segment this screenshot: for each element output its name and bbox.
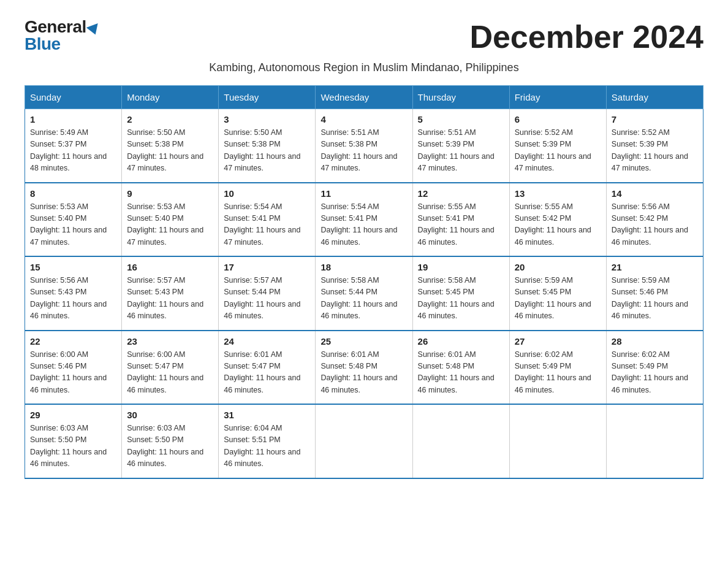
day-number: 17 bbox=[224, 262, 310, 272]
calendar-cell: 28 Sunrise: 6:02 AM Sunset: 5:49 PM Dayl… bbox=[606, 331, 703, 405]
day-info: Sunrise: 6:02 AM Sunset: 5:49 PM Dayligh… bbox=[612, 349, 698, 397]
day-info: Sunrise: 6:02 AM Sunset: 5:49 PM Dayligh… bbox=[515, 349, 601, 397]
subtitle: Kambing, Autonomous Region in Muslim Min… bbox=[25, 61, 703, 74]
calendar-cell: 12 Sunrise: 5:55 AM Sunset: 5:41 PM Dayl… bbox=[412, 183, 509, 257]
day-header-sunday: Sunday bbox=[25, 86, 122, 109]
calendar-cell: 20 Sunrise: 5:59 AM Sunset: 5:45 PM Dayl… bbox=[509, 256, 606, 331]
logo: General Blue bbox=[25, 18, 100, 53]
calendar-cell: 16 Sunrise: 5:57 AM Sunset: 5:43 PM Dayl… bbox=[122, 256, 219, 331]
logo-blue-text: Blue bbox=[25, 36, 61, 53]
day-number: 30 bbox=[127, 410, 213, 420]
calendar-cell: 4 Sunrise: 5:51 AM Sunset: 5:38 PM Dayli… bbox=[316, 109, 412, 183]
calendar-cell: 18 Sunrise: 5:58 AM Sunset: 5:44 PM Dayl… bbox=[316, 256, 412, 331]
calendar-cell: 24 Sunrise: 6:01 AM Sunset: 5:47 PM Dayl… bbox=[219, 331, 316, 405]
day-header-saturday: Saturday bbox=[606, 86, 703, 109]
calendar-cell: 17 Sunrise: 5:57 AM Sunset: 5:44 PM Dayl… bbox=[219, 256, 316, 331]
day-info: Sunrise: 5:51 AM Sunset: 5:38 PM Dayligh… bbox=[320, 127, 407, 175]
day-info: Sunrise: 5:53 AM Sunset: 5:40 PM Dayligh… bbox=[127, 201, 213, 249]
day-info: Sunrise: 6:03 AM Sunset: 5:50 PM Dayligh… bbox=[127, 423, 213, 470]
calendar-cell: 8 Sunrise: 5:53 AM Sunset: 5:40 PM Dayli… bbox=[25, 183, 122, 257]
calendar-cell: 13 Sunrise: 5:55 AM Sunset: 5:42 PM Dayl… bbox=[509, 183, 606, 257]
calendar-cell: 26 Sunrise: 6:01 AM Sunset: 5:48 PM Dayl… bbox=[412, 331, 509, 405]
calendar-cell: 31 Sunrise: 6:04 AM Sunset: 5:51 PM Dayl… bbox=[219, 404, 316, 478]
month-title: December 2024 bbox=[469, 18, 703, 55]
day-number: 23 bbox=[127, 336, 213, 347]
day-info: Sunrise: 5:50 AM Sunset: 5:38 PM Dayligh… bbox=[224, 127, 310, 175]
calendar-cell bbox=[606, 404, 703, 478]
calendar-cell: 1 Sunrise: 5:49 AM Sunset: 5:37 PM Dayli… bbox=[25, 109, 122, 183]
day-number: 19 bbox=[418, 262, 504, 272]
calendar-cell: 14 Sunrise: 5:56 AM Sunset: 5:42 PM Dayl… bbox=[606, 183, 703, 257]
day-info: Sunrise: 6:03 AM Sunset: 5:50 PM Dayligh… bbox=[30, 423, 116, 470]
day-number: 18 bbox=[320, 262, 407, 272]
day-number: 12 bbox=[418, 188, 504, 199]
calendar-cell: 6 Sunrise: 5:52 AM Sunset: 5:39 PM Dayli… bbox=[509, 109, 606, 183]
day-info: Sunrise: 5:52 AM Sunset: 5:39 PM Dayligh… bbox=[612, 127, 698, 175]
day-header-monday: Monday bbox=[122, 86, 219, 109]
day-info: Sunrise: 5:55 AM Sunset: 5:42 PM Dayligh… bbox=[515, 201, 601, 249]
day-number: 9 bbox=[127, 188, 213, 199]
day-header-thursday: Thursday bbox=[412, 86, 509, 109]
day-info: Sunrise: 6:01 AM Sunset: 5:48 PM Dayligh… bbox=[320, 349, 407, 397]
day-info: Sunrise: 5:53 AM Sunset: 5:40 PM Dayligh… bbox=[30, 201, 116, 249]
logo-triangle-icon bbox=[86, 23, 101, 37]
day-number: 14 bbox=[612, 188, 698, 199]
day-info: Sunrise: 6:01 AM Sunset: 5:48 PM Dayligh… bbox=[418, 349, 504, 397]
day-number: 21 bbox=[612, 262, 698, 272]
day-number: 13 bbox=[515, 188, 601, 199]
day-number: 10 bbox=[224, 188, 310, 199]
logo-general-text: General bbox=[25, 17, 86, 36]
days-header-row: SundayMondayTuesdayWednesdayThursdayFrid… bbox=[25, 86, 703, 109]
day-number: 16 bbox=[127, 262, 213, 272]
day-info: Sunrise: 5:59 AM Sunset: 5:45 PM Dayligh… bbox=[515, 275, 601, 323]
calendar-cell: 7 Sunrise: 5:52 AM Sunset: 5:39 PM Dayli… bbox=[606, 109, 703, 183]
day-info: Sunrise: 5:51 AM Sunset: 5:39 PM Dayligh… bbox=[418, 127, 504, 175]
day-number: 27 bbox=[515, 336, 601, 347]
day-number: 2 bbox=[127, 114, 213, 124]
calendar-cell: 29 Sunrise: 6:03 AM Sunset: 5:50 PM Dayl… bbox=[25, 404, 122, 478]
day-info: Sunrise: 5:56 AM Sunset: 5:42 PM Dayligh… bbox=[612, 201, 698, 249]
day-info: Sunrise: 5:59 AM Sunset: 5:46 PM Dayligh… bbox=[612, 275, 698, 323]
day-info: Sunrise: 6:04 AM Sunset: 5:51 PM Dayligh… bbox=[224, 423, 310, 470]
calendar-table: SundayMondayTuesdayWednesdayThursdayFrid… bbox=[25, 85, 703, 479]
calendar-cell: 5 Sunrise: 5:51 AM Sunset: 5:39 PM Dayli… bbox=[412, 109, 509, 183]
calendar-week-3: 15 Sunrise: 5:56 AM Sunset: 5:43 PM Dayl… bbox=[25, 256, 703, 331]
day-number: 20 bbox=[515, 262, 601, 272]
day-info: Sunrise: 5:57 AM Sunset: 5:43 PM Dayligh… bbox=[127, 275, 213, 323]
day-number: 7 bbox=[612, 114, 698, 124]
day-number: 26 bbox=[418, 336, 504, 347]
day-number: 4 bbox=[320, 114, 407, 124]
calendar-cell bbox=[316, 404, 412, 478]
day-info: Sunrise: 6:01 AM Sunset: 5:47 PM Dayligh… bbox=[224, 349, 310, 397]
day-number: 28 bbox=[612, 336, 698, 347]
calendar-cell: 2 Sunrise: 5:50 AM Sunset: 5:38 PM Dayli… bbox=[122, 109, 219, 183]
day-header-tuesday: Tuesday bbox=[219, 86, 316, 109]
day-number: 5 bbox=[418, 114, 504, 124]
day-info: Sunrise: 5:55 AM Sunset: 5:41 PM Dayligh… bbox=[418, 201, 504, 249]
calendar-cell: 25 Sunrise: 6:01 AM Sunset: 5:48 PM Dayl… bbox=[316, 331, 412, 405]
day-info: Sunrise: 5:49 AM Sunset: 5:37 PM Dayligh… bbox=[30, 127, 116, 175]
calendar-cell bbox=[412, 404, 509, 478]
day-number: 11 bbox=[320, 188, 407, 199]
day-number: 29 bbox=[30, 410, 116, 420]
calendar-cell: 10 Sunrise: 5:54 AM Sunset: 5:41 PM Dayl… bbox=[219, 183, 316, 257]
day-info: Sunrise: 5:54 AM Sunset: 5:41 PM Dayligh… bbox=[224, 201, 310, 249]
calendar-cell: 19 Sunrise: 5:58 AM Sunset: 5:45 PM Dayl… bbox=[412, 256, 509, 331]
calendar-cell: 22 Sunrise: 6:00 AM Sunset: 5:46 PM Dayl… bbox=[25, 331, 122, 405]
calendar-cell: 23 Sunrise: 6:00 AM Sunset: 5:47 PM Dayl… bbox=[122, 331, 219, 405]
day-number: 31 bbox=[224, 410, 310, 420]
calendar-cell: 21 Sunrise: 5:59 AM Sunset: 5:46 PM Dayl… bbox=[606, 256, 703, 331]
day-info: Sunrise: 5:54 AM Sunset: 5:41 PM Dayligh… bbox=[320, 201, 407, 249]
day-number: 24 bbox=[224, 336, 310, 347]
day-info: Sunrise: 5:52 AM Sunset: 5:39 PM Dayligh… bbox=[515, 127, 601, 175]
day-info: Sunrise: 5:58 AM Sunset: 5:44 PM Dayligh… bbox=[320, 275, 407, 323]
day-number: 8 bbox=[30, 188, 116, 199]
calendar-cell bbox=[509, 404, 606, 478]
day-info: Sunrise: 5:57 AM Sunset: 5:44 PM Dayligh… bbox=[224, 275, 310, 323]
day-number: 3 bbox=[224, 114, 310, 124]
day-header-wednesday: Wednesday bbox=[316, 86, 412, 109]
calendar-cell: 3 Sunrise: 5:50 AM Sunset: 5:38 PM Dayli… bbox=[219, 109, 316, 183]
day-number: 1 bbox=[30, 114, 116, 124]
calendar-cell: 11 Sunrise: 5:54 AM Sunset: 5:41 PM Dayl… bbox=[316, 183, 412, 257]
day-info: Sunrise: 6:00 AM Sunset: 5:47 PM Dayligh… bbox=[127, 349, 213, 397]
